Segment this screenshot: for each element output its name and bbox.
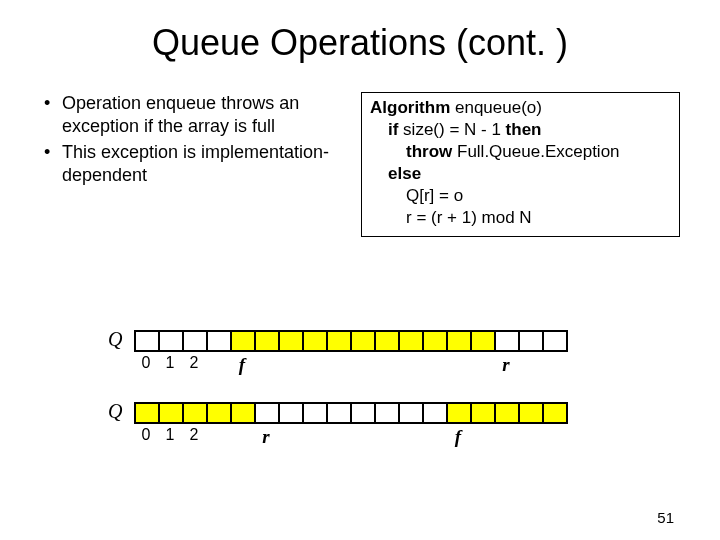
algo-text: enqueue(o) bbox=[450, 98, 542, 117]
cell bbox=[520, 332, 544, 350]
cell bbox=[160, 404, 184, 422]
index bbox=[326, 426, 350, 446]
cell bbox=[472, 332, 496, 350]
index bbox=[374, 354, 398, 374]
algo-keyword: throw bbox=[406, 142, 452, 161]
index bbox=[422, 426, 446, 446]
algo-keyword: Algorithm bbox=[370, 98, 450, 117]
index bbox=[398, 354, 422, 374]
cell bbox=[424, 404, 448, 422]
cell bbox=[184, 404, 208, 422]
cell bbox=[448, 332, 472, 350]
cell bbox=[328, 332, 352, 350]
array-diagram: Q bbox=[108, 330, 628, 352]
index bbox=[470, 354, 494, 374]
index: 0 bbox=[134, 426, 158, 446]
body-row: Operation enqueue throws an exception if… bbox=[0, 64, 720, 237]
algorithm-box: Algorithm enqueue(o) if size() = N - 1 t… bbox=[361, 92, 680, 237]
cell bbox=[400, 332, 424, 350]
bullet-item: Operation enqueue throws an exception if… bbox=[40, 92, 355, 137]
algo-line: throw Full.Queue.Exception bbox=[370, 141, 671, 163]
bullet-item: This exception is implementation-depende… bbox=[40, 141, 355, 186]
cell bbox=[544, 404, 568, 422]
index bbox=[350, 354, 374, 374]
cell bbox=[544, 332, 568, 350]
index: 1 bbox=[158, 354, 182, 374]
index bbox=[206, 426, 230, 446]
index bbox=[278, 426, 302, 446]
cell bbox=[256, 404, 280, 422]
cell bbox=[376, 404, 400, 422]
cell bbox=[280, 404, 304, 422]
cell bbox=[328, 404, 352, 422]
cell bbox=[520, 404, 544, 422]
cell bbox=[208, 332, 232, 350]
bullet-list: Operation enqueue throws an exception if… bbox=[40, 92, 355, 190]
algo-line: Algorithm enqueue(o) bbox=[370, 97, 671, 119]
cell bbox=[424, 332, 448, 350]
index bbox=[446, 354, 470, 374]
array-label: Q bbox=[108, 330, 134, 348]
index bbox=[206, 354, 230, 374]
index bbox=[278, 354, 302, 374]
cell bbox=[496, 332, 520, 350]
index: 2 bbox=[182, 426, 206, 446]
index bbox=[302, 354, 326, 374]
index bbox=[350, 426, 374, 446]
cell bbox=[352, 404, 376, 422]
cell bbox=[232, 332, 256, 350]
index bbox=[422, 354, 446, 374]
algo-keyword: if bbox=[388, 120, 398, 139]
array-label: Q bbox=[108, 402, 134, 420]
array-diagram: Q bbox=[108, 402, 628, 424]
diagrams: Q bbox=[108, 330, 628, 446]
cell bbox=[136, 404, 160, 422]
pointer-f: f bbox=[230, 354, 254, 374]
algo-keyword: then bbox=[506, 120, 542, 139]
cell bbox=[304, 404, 328, 422]
cell bbox=[400, 404, 424, 422]
index bbox=[254, 354, 278, 374]
index-row: 0 1 2 f r bbox=[134, 354, 628, 374]
cell bbox=[472, 404, 496, 422]
index: 2 bbox=[182, 354, 206, 374]
algo-line: else bbox=[370, 163, 671, 185]
cell bbox=[304, 332, 328, 350]
cell bbox=[496, 404, 520, 422]
cell bbox=[232, 404, 256, 422]
index bbox=[230, 426, 254, 446]
pointer-r: r bbox=[494, 354, 518, 374]
cell bbox=[448, 404, 472, 422]
slide-title: Queue Operations (cont. ) bbox=[0, 0, 720, 64]
algo-line: Q[r] = o bbox=[370, 185, 671, 207]
cell bbox=[280, 332, 304, 350]
index bbox=[398, 426, 422, 446]
cell bbox=[352, 332, 376, 350]
slide: Queue Operations (cont. ) Operation enqu… bbox=[0, 0, 720, 540]
index bbox=[326, 354, 350, 374]
page-number: 51 bbox=[657, 509, 674, 526]
pointer-f: f bbox=[446, 426, 470, 446]
cell bbox=[184, 332, 208, 350]
array-cells bbox=[134, 402, 568, 424]
algo-text: Full.Queue.Exception bbox=[452, 142, 619, 161]
cell bbox=[256, 332, 280, 350]
algo-line: r = (r + 1) mod N bbox=[370, 207, 671, 229]
algo-text: size() = N - 1 bbox=[398, 120, 505, 139]
algo-keyword: else bbox=[388, 164, 421, 183]
algo-line: if size() = N - 1 then bbox=[370, 119, 671, 141]
cell bbox=[376, 332, 400, 350]
index: 0 bbox=[134, 354, 158, 374]
index bbox=[374, 426, 398, 446]
index bbox=[302, 426, 326, 446]
index-row: 0 1 2 r f bbox=[134, 426, 628, 446]
cell bbox=[160, 332, 184, 350]
cell bbox=[136, 332, 160, 350]
pointer-r: r bbox=[254, 426, 278, 446]
index: 1 bbox=[158, 426, 182, 446]
cell bbox=[208, 404, 232, 422]
array-cells bbox=[134, 330, 568, 352]
